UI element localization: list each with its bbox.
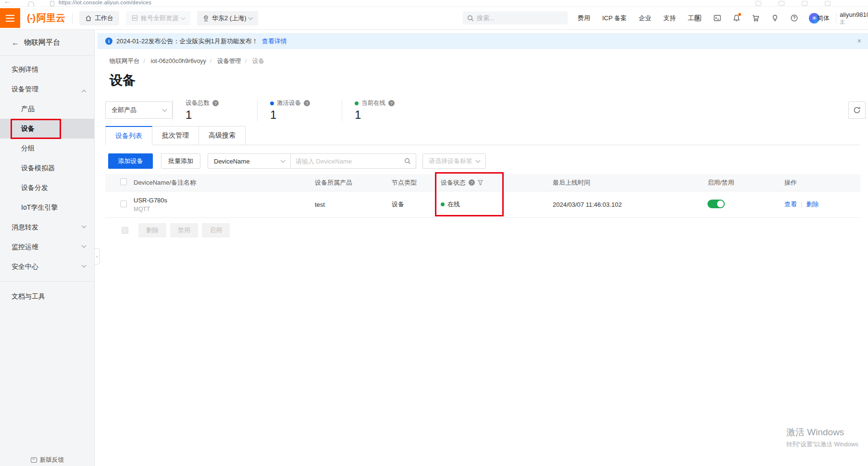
delete-link[interactable]: 删除 [806,201,818,208]
sidebar-item-security-center[interactable]: 安全中心 [0,257,94,277]
col-last-online: 最后上线时间 [553,178,699,187]
browser-toolbar-icon[interactable] [802,1,807,6]
sidebar-item-iot-twin-engine[interactable]: IoT孪生引擎 [0,198,94,217]
select-all-checkbox[interactable] [120,178,127,185]
batch-disable-button[interactable]: 禁用 [170,223,198,238]
back-arrow-icon[interactable] [12,38,19,47]
username: aliyun9810 [840,11,868,19]
page-title: 设备 [110,72,860,89]
browser-toolbar-icon[interactable] [825,1,831,6]
batch-enable-button[interactable]: 启用 [202,223,230,238]
console-icon[interactable] [713,14,721,23]
account-menu[interactable]: aliyun9810 主 [840,11,868,25]
feedback-button[interactable]: 新版反馈 [31,456,64,464]
sidebar-item-docs-tools[interactable]: 文档与工具 [0,287,94,306]
sidebar-item-device-distribution[interactable]: 设备分发 [0,178,94,198]
cart-icon[interactable] [751,14,760,23]
header-search[interactable] [463,12,568,25]
refresh-button[interactable] [848,101,866,119]
device-tag-select[interactable]: 请选择设备标签 [422,153,486,169]
nav-icp[interactable]: ICP 备案 [602,14,627,23]
api-icon[interactable] [694,14,702,23]
chevron-down-icon [82,224,87,228]
sidebar-item-device-management[interactable]: 设备管理 [0,79,94,99]
notification-badge [738,13,741,16]
lightbulb-icon[interactable] [770,14,779,23]
browser-url[interactable]: https://iot.console.aliyun.com/devices [59,0,151,5]
browser-toolbar-icon[interactable] [756,1,761,6]
sidebar-item-device[interactable]: 设备 [0,119,94,139]
nav-billing[interactable]: 费用 [578,14,590,23]
row-checkbox[interactable] [120,201,127,207]
sidebar-title: 物联网平台 [0,30,94,55]
browser-reload-icon[interactable] [28,1,34,7]
breadcrumb-instance[interactable]: iot-06z00c0h9r6voyy [150,58,215,64]
announcement-text: 2024-01-22发布公告：企业版实例1月新功能发布！ [116,37,258,46]
batch-delete-button[interactable]: 删除 [138,223,166,238]
hamburger-menu-button[interactable] [0,8,20,28]
aliyun-logo[interactable]: 阿里云 [27,12,65,25]
sidebar-item-instance-details[interactable]: 实例详情 [0,60,94,79]
feedback-icon [31,457,37,463]
help-icon[interactable] [790,14,798,23]
tab-advanced-search[interactable]: 高级搜索 [199,126,246,145]
toolbar: 添加设备 批量添加 DeviceName 请选择设备标签 [105,153,860,169]
notification-bell-icon[interactable] [732,14,741,23]
region-selector[interactable]: 华东2 (上海) [197,11,259,25]
breadcrumb-device-management[interactable]: 设备管理 [217,58,250,64]
nav-support[interactable]: 支持 [663,14,676,23]
tab-batch-management[interactable]: 批次管理 [152,126,199,145]
browser-toolbar-icon[interactable] [779,1,784,6]
col-node-type: 节点类型 [392,178,441,187]
sidebar-collapse-handle[interactable] [95,248,100,264]
question-circle-icon[interactable] [304,100,310,106]
stats-row: 全部产品 设备总数 1 激活设备 1 [105,99,860,121]
hamburger-icon [6,15,14,16]
device-search-box[interactable] [290,153,416,169]
filter-funnel-icon[interactable] [478,180,483,186]
aliyun-logo-icon [27,13,37,24]
sidebar-item-group[interactable]: 分组 [0,139,94,158]
batch-action-bar: 删除 禁用 启用 [105,223,860,238]
chevron-down-icon [181,15,186,20]
language-switch[interactable]: 简体 [817,14,830,23]
batch-select-checkbox[interactable] [122,227,128,234]
breadcrumb-platform[interactable]: 物联网平台 [110,58,149,64]
sidebar-item-device-simulator[interactable]: 设备模拟器 [0,158,94,178]
account-resources-selector[interactable]: 账号全部资源 [126,11,190,25]
product-filter-select[interactable]: 全部产品 [105,101,173,119]
search-type-select[interactable]: DeviceName [208,153,291,169]
console-header: 阿里云 工作台 账号全部资源 华东2 (上海) 费用 ICP 备案 [0,7,868,30]
nav-enterprise[interactable]: 企业 [639,14,651,23]
tab-device-list[interactable]: 设备列表 [105,126,152,145]
device-search-input[interactable] [296,158,404,165]
header-search-input[interactable] [477,14,558,22]
add-device-button[interactable]: 添加设备 [108,153,153,169]
enable-toggle[interactable] [707,200,725,208]
announcement-link[interactable]: 查看详情 [262,37,287,46]
workbench-button[interactable]: 工作台 [79,11,119,25]
device-name[interactable]: USR-G780s [134,197,315,204]
col-device-name: DeviceName/备注名称 [134,178,315,187]
question-circle-icon[interactable] [388,100,395,106]
search-icon [467,15,474,22]
sidebar-item-product[interactable]: 产品 [0,99,94,119]
sidebar-item-monitoring-ops[interactable]: 监控运维 [0,237,94,257]
device-status: 在线 [441,200,553,209]
home-icon [85,15,92,22]
search-icon[interactable] [404,158,411,164]
divider [0,55,94,56]
online-dot-icon [441,202,445,206]
sidebar-item-message-forwarding[interactable]: 消息转发 [0,217,94,237]
view-link[interactable]: 查看 [784,201,797,208]
browser-back-icon[interactable]: ← [4,0,11,5]
stat-total-devices-value: 1 [186,109,257,121]
batch-add-button[interactable]: 批量添加 [161,153,200,169]
table-header: DeviceName/备注名称 设备所属产品 节点类型 设备状态 最后上线时间 … [105,174,860,191]
col-actions: 操作 [784,178,860,187]
location-icon [203,15,209,22]
question-circle-icon[interactable] [469,179,475,186]
account-type-badge: 主 [840,19,868,25]
close-icon[interactable] [857,37,861,45]
question-circle-icon[interactable] [212,100,219,106]
